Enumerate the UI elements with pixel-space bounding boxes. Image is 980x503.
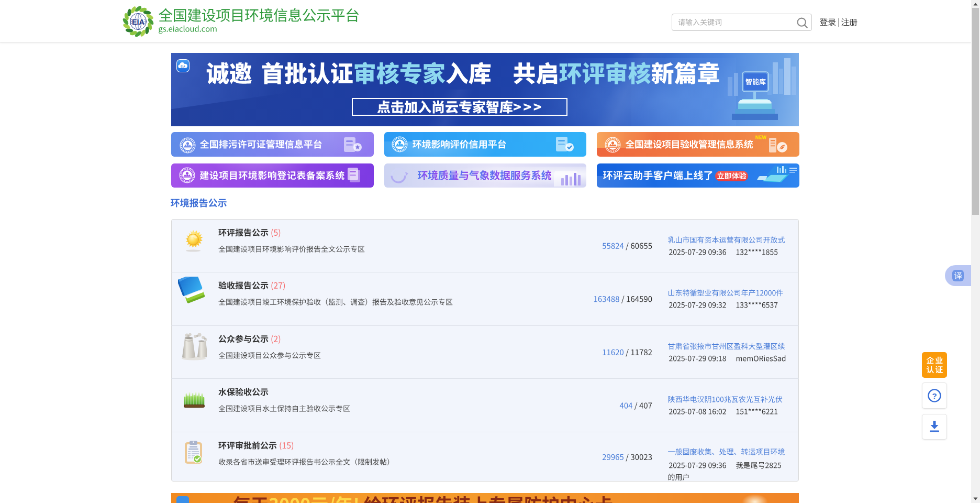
svg-text:EIA: EIA — [132, 18, 145, 26]
svg-text:?: ? — [932, 391, 937, 400]
svg-text:EIA: EIA — [181, 65, 185, 68]
